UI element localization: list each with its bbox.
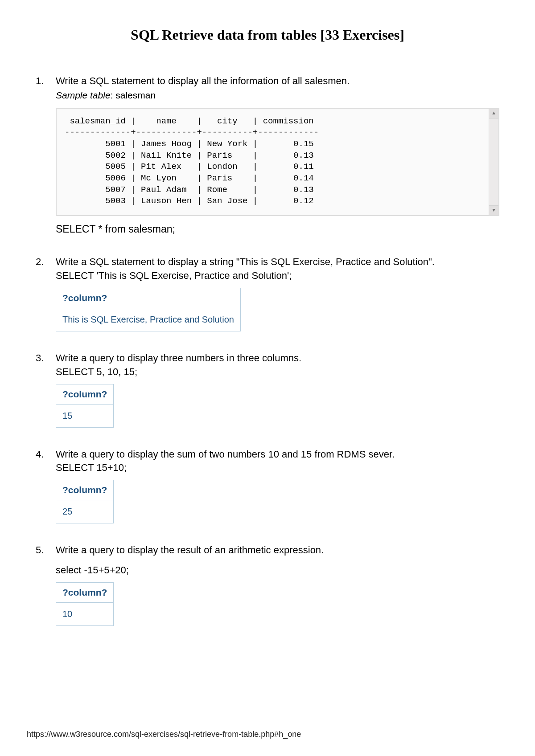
scroll-up-icon[interactable]: ▲ (489, 109, 498, 119)
scroll-down-icon[interactable]: ▼ (489, 205, 498, 215)
result-value: This is SQL Exercise, Practice and Solut… (56, 308, 241, 331)
result-table: ?column? This is SQL Exercise, Practice … (56, 288, 241, 331)
result-header: ?column? (56, 288, 241, 308)
sample-table-label: Sample table: salesman (56, 90, 499, 101)
result-header: ?column? (56, 480, 114, 500)
result-table: ?column? 10 (56, 582, 114, 626)
exercise-question: Write a SQL statement to display all the… (56, 74, 499, 88)
exercise-num: 2. (36, 255, 56, 269)
answer-sql: select -15+5+20; (56, 564, 499, 576)
answer-sql: SELECT 'This is SQL Exercise, Practice a… (56, 270, 499, 282)
exercise-question: Write a query to display the result of a… (56, 544, 499, 557)
result-value: 15 (56, 404, 114, 427)
answer-sql: SELECT 5, 10, 15; (56, 366, 499, 378)
answer-sql: SELECT 15+10; (56, 462, 499, 474)
exercise-4: 4. Write a query to display the sum of t… (36, 448, 499, 524)
footer-url: https://www.w3resource.com/sql-exercises… (27, 730, 301, 739)
page-title: SQL Retrieve data from tables [33 Exerci… (36, 27, 499, 43)
exercise-num: 4. (36, 448, 56, 462)
scrollbar[interactable]: ▲▼ (489, 109, 498, 215)
exercise-num: 5. (36, 544, 56, 557)
code-block: salesman_id | name | city | commission -… (56, 108, 499, 216)
exercise-question: Write a query to display three numbers i… (56, 351, 499, 365)
result-table: ?column? 15 (56, 384, 114, 428)
exercise-question: Write a query to display the sum of two … (56, 448, 499, 462)
exercise-num: 1. (36, 74, 56, 88)
result-value: 25 (56, 500, 114, 523)
answer-sql: SELECT * from salesman; (56, 223, 499, 235)
exercise-num: 3. (36, 351, 56, 365)
result-value: 10 (56, 603, 114, 626)
result-header: ?column? (56, 583, 114, 603)
exercise-question: Write a SQL statement to display a strin… (56, 255, 499, 269)
exercise-3: 3. Write a query to display three number… (36, 351, 499, 428)
result-header: ?column? (56, 384, 114, 404)
exercise-5: 5. Write a query to display the result o… (36, 544, 499, 626)
exercise-2: 2. Write a SQL statement to display a st… (36, 255, 499, 331)
result-table: ?column? 25 (56, 480, 114, 523)
exercise-1: 1. Write a SQL statement to display all … (36, 74, 499, 235)
